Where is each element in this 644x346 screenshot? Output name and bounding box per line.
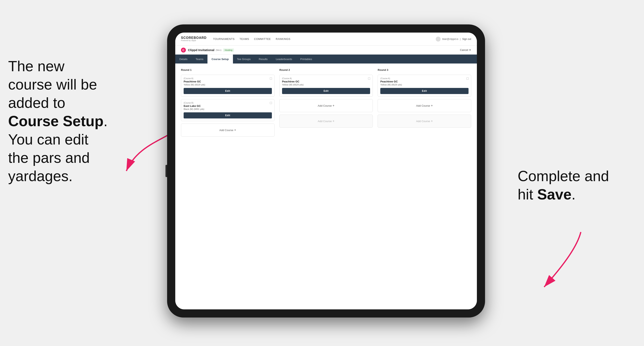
round-2-course-a-close-button[interactable]: ☐ [368,77,370,80]
nav-rankings[interactable]: RANKINGS [276,37,290,41]
round-1-course-a-edit-button[interactable]: Edit [184,88,272,94]
round-1-add-course-text: Add Course + [219,128,236,132]
round-1-add-course-button[interactable]: Add Course + [181,124,274,137]
nav-right: blair@clippd.io | Sign out [436,37,471,41]
rounds-grid: Round 1 ☐ (Course A) Peachtree GC Yellow… [181,68,471,137]
cancel-button[interactable]: Cancel ✕ [460,48,471,51]
round-1-course-b-name: East Lake GC [184,104,272,107]
user-avatar [436,37,440,41]
main-content: Round 1 ☐ (Course A) Peachtree GC Yellow… [175,63,477,309]
round-3-course-a-edit-button[interactable]: Edit [380,88,468,94]
tab-teams[interactable]: Teams [192,54,208,63]
tab-leaderboards[interactable]: Leaderboards [272,54,296,63]
round-2-course-a-label: (Course A) [282,77,370,80]
app-logo: SCOREBOARD [181,36,207,39]
round-2-add-course-disabled-text: Add Course + [318,119,334,123]
round-1-course-a-name: Peachtree GC [184,80,272,83]
nav-committee[interactable]: COMMITTEE [254,37,271,41]
round-2-add-course-text: Add Course + [318,104,334,107]
round-2-add-course-button[interactable]: Add Course + [280,99,373,112]
arrow-right-icon [508,228,585,293]
tablet-screen: SCOREBOARD Powered by clippd TOURNAMENTS… [175,32,477,309]
round-2-course-a-name: Peachtree GC [282,80,370,83]
tablet-side-button [166,165,167,177]
sign-out-link[interactable]: Sign out [462,38,471,40]
round-3-course-a-label: (Course A) [380,77,468,80]
tournament-gender-badge: (Men) [216,49,222,51]
top-nav: SCOREBOARD Powered by clippd TOURNAMENTS… [175,32,477,46]
round-2-label: Round 2 [280,68,373,71]
tab-tee-groups[interactable]: Tee Groups [233,54,255,63]
divider: | [460,38,460,40]
round-2-course-a-edit-button[interactable]: Edit [282,88,370,94]
round-1-course-a-tee: Yellow (M) (6629 yds) [184,83,272,86]
tab-results[interactable]: Results [255,54,272,63]
round-2-course-a-tee: Yellow (M) (6629 yds) [282,83,370,86]
round-3-add-course-button[interactable]: Add Course + [378,99,471,112]
round-2-add-course-disabled: Add Course + [280,115,373,128]
nav-tournaments[interactable]: TOURNAMENTS [213,37,235,41]
round-3-course-a-name: Peachtree GC [380,80,468,83]
round-2-column: Round 2 ☐ (Course A) Peachtree GC Yellow… [280,68,373,137]
round-1-label: Round 1 [181,68,274,71]
tournament-status-badge: Hosting [223,48,234,52]
tablet-device: SCOREBOARD Powered by clippd TOURNAMENTS… [167,24,485,318]
round-1-course-a-card: ☐ (Course A) Peachtree GC Yellow (M) (66… [181,75,274,97]
tournament-title: Clippd Invitational [188,48,214,52]
round-1-course-b-card: ☐ (Course B) East Lake GC Black (M) (689… [181,99,274,121]
round-1-column: Round 1 ☐ (Course A) Peachtree GC Yellow… [181,68,274,137]
tab-course-setup[interactable]: Course Setup [208,54,233,63]
round-3-course-a-card: ☐ (Course A) Peachtree GC Yellow (M) (66… [378,75,471,97]
nav-teams[interactable]: TEAMS [240,37,249,41]
round-3-column: Round 3 ☐ (Course A) Peachtree GC Yellow… [378,68,471,137]
sub-header: C Clippd Invitational (Men) Hosting Canc… [175,46,477,54]
tab-bar: Details Teams Course Setup Tee Groups Re… [175,54,477,63]
round-1-course-a-close-button[interactable]: ☐ [270,77,272,80]
logo-area: SCOREBOARD Powered by clippd [181,36,207,42]
round-1-course-b-tee: Black (M) (6891 yds) [184,108,272,110]
annotation-right: Complete and hit Save. [518,167,632,203]
sub-logo-icon: C [181,48,186,52]
round-3-add-course-disabled: Add Course + [378,115,471,128]
round-1-course-a-label: (Course A) [184,77,272,80]
round-1-course-b-close-button[interactable]: ☐ [270,101,272,105]
tab-details[interactable]: Details [175,54,192,63]
round-3-add-course-disabled-text: Add Course + [416,119,433,123]
round-3-course-a-tee: Yellow (M) (6629 yds) [380,83,468,86]
round-3-add-course-text: Add Course + [416,104,433,107]
round-1-course-b-label: (Course B) [184,102,272,104]
tab-printables[interactable]: Printables [296,54,316,63]
user-email: blair@clippd.io [442,38,458,40]
round-2-course-a-card: ☐ (Course A) Peachtree GC Yellow (M) (66… [280,75,373,97]
round-3-label: Round 3 [378,68,471,71]
round-1-course-b-edit-button[interactable]: Edit [184,112,272,119]
nav-links: TOURNAMENTS TEAMS COMMITTEE RANKINGS [213,37,436,41]
logo-sub: Powered by clippd [181,39,207,42]
round-3-course-a-close-button[interactable]: ☐ [466,77,469,80]
